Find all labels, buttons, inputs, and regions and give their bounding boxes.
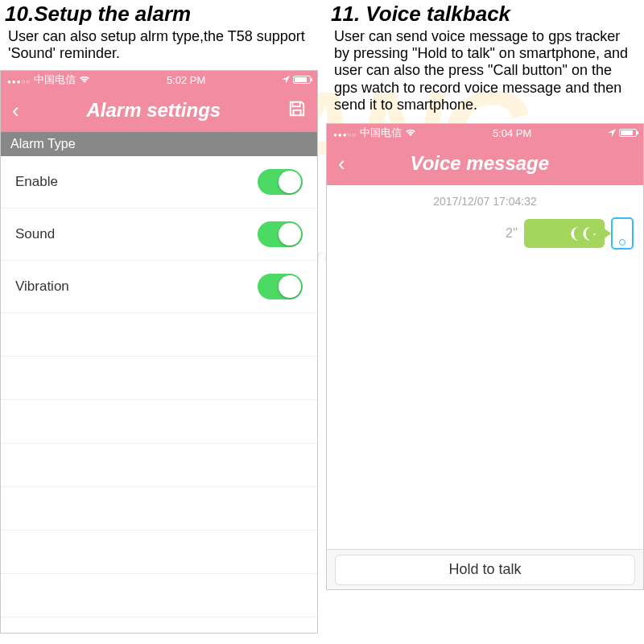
smartphone-icon	[611, 217, 634, 250]
section-11-desc: User can send voice message to gps track…	[326, 27, 644, 118]
status-bar: 中国电信 5:02 PM	[1, 71, 317, 89]
toggle-sound[interactable]	[258, 221, 303, 247]
row-enable: Enable	[1, 156, 317, 208]
location-icon	[608, 127, 616, 139]
toggle-vibration[interactable]	[258, 274, 303, 299]
back-icon[interactable]: ‹	[338, 151, 345, 176]
location-icon	[282, 74, 290, 86]
section-11: 11. Voice talkback User can send voice m…	[326, 0, 644, 590]
wifi-icon	[79, 74, 90, 86]
screen-title: Voice message	[345, 152, 614, 175]
empty-row	[1, 444, 317, 487]
toggle-enable[interactable]	[258, 169, 303, 195]
signal-dots-icon	[7, 74, 31, 86]
carrier-label: 中国电信	[360, 126, 402, 140]
signal-dots-icon	[333, 127, 357, 139]
battery-icon	[619, 129, 637, 137]
status-time: 5:04 PM	[493, 127, 531, 139]
back-icon[interactable]: ‹	[12, 98, 19, 123]
row-label: Enable	[15, 174, 58, 190]
section-header-alarm-type: Alarm Type	[1, 132, 317, 156]
phone-alarm-settings: 中国电信 5:02 PM ‹ Alarm settings Alarm Type	[0, 70, 318, 634]
screen-title: Alarm settings	[19, 99, 288, 122]
phone-voice-message: 中国电信 5:04 PM ‹ Voice message 2017/12/07 …	[326, 123, 644, 590]
row-label: Vibration	[15, 279, 69, 295]
empty-row	[1, 357, 317, 400]
status-time: 5:02 PM	[167, 74, 205, 86]
empty-row	[1, 617, 317, 644]
voice-duration: 2''	[506, 226, 518, 241]
row-sound: Sound	[1, 208, 317, 261]
section-10: 10.Setup the alarm User can also setup a…	[0, 0, 318, 634]
section-11-title: 11. Voice talkback	[326, 0, 644, 27]
sound-wave-icon: ❨❨·	[568, 225, 597, 242]
battery-icon	[293, 76, 311, 84]
section-10-desc: User can also setup alrm type,the T58 su…	[0, 27, 318, 67]
voice-bubble[interactable]: ❨❨·	[524, 219, 605, 248]
chat-timestamp: 2017/12/07 17:04:32	[327, 185, 643, 213]
section-10-title: 10.Setup the alarm	[0, 0, 318, 27]
hold-to-talk-button[interactable]: Hold to talk	[335, 555, 635, 585]
empty-row	[1, 574, 317, 617]
navbar: ‹ Voice message	[327, 142, 643, 185]
input-bar: Hold to talk	[327, 549, 643, 589]
navbar: ‹ Alarm settings	[1, 89, 317, 132]
empty-row	[1, 530, 317, 574]
voice-message-row: 2'' ❨❨·	[327, 213, 643, 254]
save-icon[interactable]	[288, 100, 306, 121]
carrier-label: 中国电信	[34, 72, 76, 87]
row-vibration: Vibration	[1, 261, 317, 313]
empty-row	[1, 313, 317, 357]
empty-row	[1, 400, 317, 444]
row-label: Sound	[15, 226, 55, 242]
empty-row	[1, 487, 317, 530]
wifi-icon	[405, 127, 416, 139]
status-bar: 中国电信 5:04 PM	[327, 124, 643, 142]
